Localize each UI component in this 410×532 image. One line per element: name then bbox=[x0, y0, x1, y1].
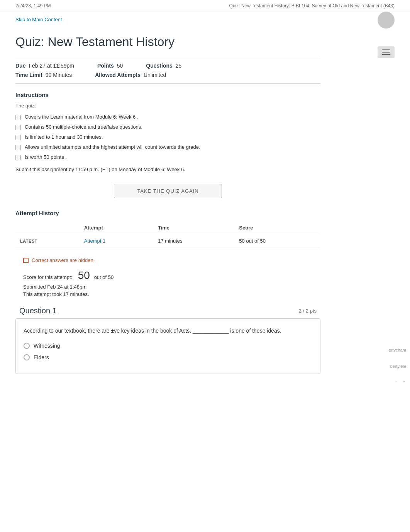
time-limit-item: Time Limit 90 Minutes bbox=[15, 72, 72, 78]
bullet-box bbox=[15, 135, 21, 140]
attempt-duration: This attempt took 17 minutes. bbox=[23, 291, 320, 297]
right-sidebar: ertycham berty.ele enters/b bbox=[371, 348, 410, 382]
questions-label: Questions bbox=[146, 63, 172, 69]
quiz-meta: Due Feb 27 at 11:59pm Points 50 Question… bbox=[15, 57, 320, 84]
time-limit-label: Time Limit bbox=[15, 72, 42, 78]
col-header-blank bbox=[15, 222, 80, 234]
question-1-points: 2 / 2 pts bbox=[299, 308, 317, 314]
bullet-text: Covers the Learn material from Module 6:… bbox=[25, 114, 139, 120]
sidebar-item-3: enters/b bbox=[371, 380, 406, 382]
instructions-list: Covers the Learn material from Module 6:… bbox=[15, 114, 320, 160]
col-header-time: Time bbox=[153, 222, 234, 234]
quiz-meta-row-2: Time Limit 90 Minutes Allowed Attempts U… bbox=[15, 70, 320, 80]
allowed-attempts-item: Allowed Attempts Unlimited bbox=[95, 72, 166, 78]
table-row: LATEST Attempt 1 17 minutes 50 out of 50 bbox=[15, 234, 320, 248]
question-1-header: Question 1 2 / 2 pts bbox=[15, 306, 320, 315]
points-value: 50 bbox=[117, 63, 123, 69]
col-header-attempt: Attempt bbox=[80, 222, 153, 234]
quiz-meta-row-1: Due Feb 27 at 11:59pm Points 50 Question… bbox=[15, 61, 320, 70]
notice-icon bbox=[23, 258, 29, 263]
questions-value: 25 bbox=[176, 63, 182, 69]
datetime: 2/24/23, 1:49 PM bbox=[15, 3, 51, 8]
answer-elders-text: Elders bbox=[34, 354, 49, 360]
attempt-link-cell[interactable]: Attempt 1 bbox=[80, 234, 153, 248]
attempt-score: 50 out of 50 bbox=[234, 234, 320, 248]
instructions-section: Instructions The quiz: Covers the Learn … bbox=[15, 92, 320, 172]
allowed-attempts-label: Allowed Attempts bbox=[95, 72, 141, 78]
latest-label: LATEST bbox=[15, 234, 80, 248]
attempt-time: 17 minutes bbox=[153, 234, 234, 248]
radio-elders[interactable] bbox=[24, 354, 30, 360]
bullet-box bbox=[15, 115, 21, 120]
list-item: Covers the Learn material from Module 6:… bbox=[15, 114, 320, 120]
bullet-text: Is limited to 1 hour and 30 minutes. bbox=[25, 134, 103, 140]
answer-option-1[interactable]: Witnessing bbox=[24, 343, 312, 349]
question-1-text: According to our textbook, there are ±ve… bbox=[24, 326, 312, 335]
correct-answers-notice: Correct answers are hidden. bbox=[23, 257, 320, 263]
avatar[interactable] bbox=[378, 12, 395, 29]
score-number: 50 bbox=[78, 269, 90, 281]
answer-option-2[interactable]: Elders bbox=[24, 354, 312, 360]
instructions-intro: The quiz: bbox=[15, 103, 320, 109]
list-item: Is worth 50 points . bbox=[15, 154, 320, 160]
bullet-box bbox=[15, 145, 21, 150]
skip-to-main-link[interactable]: Skip to Main Content bbox=[0, 12, 410, 27]
question-1-box: According to our textbook, there are ±ve… bbox=[15, 318, 320, 374]
submit-text: Submit this assignment by 11:59 p.m. (ET… bbox=[15, 167, 320, 172]
col-header-score: Score bbox=[234, 222, 320, 234]
bullet-box bbox=[15, 155, 21, 160]
attempt-history-title: Attempt History bbox=[15, 210, 320, 216]
list-item: Is limited to 1 hour and 30 minutes. bbox=[15, 134, 320, 140]
attempt-history-section: Attempt History Attempt Time Score LATES… bbox=[15, 210, 320, 248]
attempt-1-link[interactable]: Attempt 1 bbox=[84, 238, 106, 244]
points-label: Points bbox=[97, 63, 114, 69]
take-quiz-button[interactable]: TAKE THE QUIZ AGAIN bbox=[114, 184, 222, 198]
sidebar-item-2: berty.ele bbox=[371, 364, 406, 369]
attempt-detail-section: Correct answers are hidden. Score for th… bbox=[15, 257, 320, 297]
due-value: Feb 27 at 11:59pm bbox=[29, 63, 74, 69]
attempt-table: Attempt Time Score LATEST Attempt 1 17 m… bbox=[15, 222, 320, 248]
menu-button[interactable] bbox=[378, 46, 395, 58]
time-limit-value: 90 Minutes bbox=[46, 72, 72, 78]
bullet-text: Is worth 50 points . bbox=[25, 154, 67, 160]
bullet-box bbox=[15, 125, 21, 130]
course-title: Quiz: New Testament History: BIBL104: Su… bbox=[229, 3, 395, 8]
score-block: Score for this attempt: 50 out of 50 bbox=[23, 269, 320, 282]
sidebar-item-1: ertycham bbox=[371, 348, 406, 352]
points-item: Points 50 bbox=[97, 63, 123, 69]
score-label: Score for this attempt: 50 out of 50 bbox=[23, 274, 114, 280]
top-bar: 2/24/23, 1:49 PM Quiz: New Testament His… bbox=[0, 0, 410, 12]
questions-item: Questions 25 bbox=[146, 63, 181, 69]
table-header-row: Attempt Time Score bbox=[15, 222, 320, 234]
radio-witnessing[interactable] bbox=[24, 343, 30, 349]
question-1-title: Question 1 bbox=[19, 306, 57, 315]
allowed-attempts-value: Unlimited bbox=[144, 72, 166, 78]
list-item: Allows unlimited attempts and the highes… bbox=[15, 144, 320, 150]
instructions-title: Instructions bbox=[15, 92, 320, 98]
answer-witnessing-text: Witnessing bbox=[34, 343, 60, 349]
notice-text: Correct answers are hidden. bbox=[32, 257, 95, 263]
question-1-section: Question 1 2 / 2 pts According to our te… bbox=[15, 306, 320, 374]
due-date-item: Due Feb 27 at 11:59pm bbox=[15, 63, 74, 69]
bullet-text: Contains 50 multiple-choice and true/fal… bbox=[25, 124, 142, 130]
bullet-text: Allows unlimited attempts and the highes… bbox=[25, 144, 200, 150]
main-content: Quiz: New Testament History Due Feb 27 a… bbox=[0, 27, 336, 382]
quiz-title: Quiz: New Testament History bbox=[15, 35, 320, 49]
list-item: Contains 50 multiple-choice and true/fal… bbox=[15, 124, 320, 130]
score-out-of: out of 50 bbox=[94, 274, 114, 280]
due-label: Due bbox=[15, 63, 25, 69]
submitted-date: Submitted Feb 24 at 1:48pm bbox=[23, 284, 320, 290]
